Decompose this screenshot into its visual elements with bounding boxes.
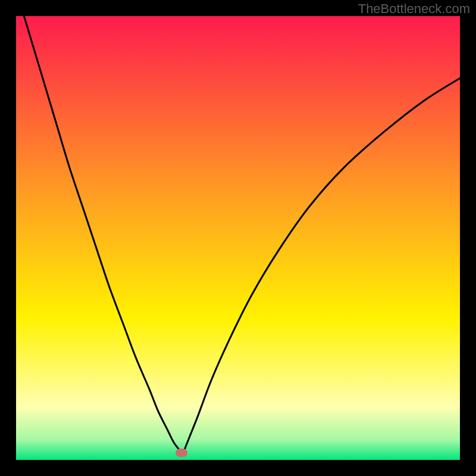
- watermark-text: TheBottleneck.com: [358, 1, 470, 17]
- chart-curve: [16, 16, 460, 460]
- chart-frame: [16, 16, 460, 460]
- curve-minimum-marker: [176, 449, 187, 457]
